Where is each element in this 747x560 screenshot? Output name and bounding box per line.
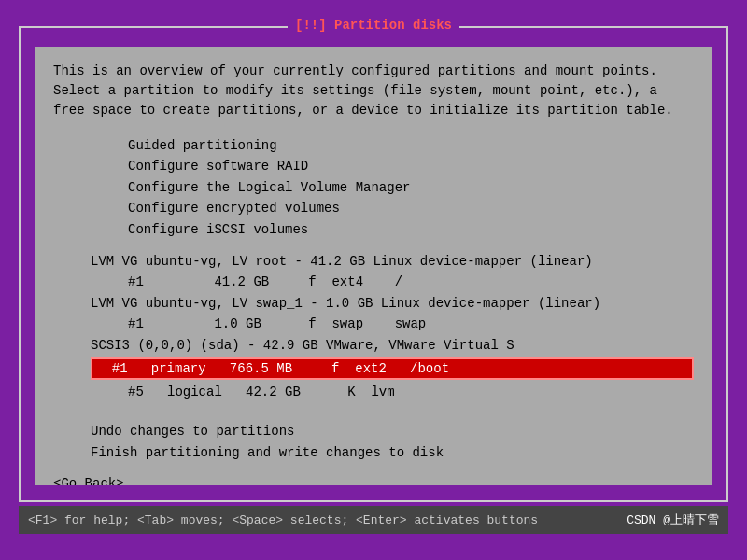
watermark-text: CSDN @上晴下雪 — [627, 511, 719, 528]
boot-partition-row[interactable]: #1 primary 766.5 MB f ext2 /boot — [53, 357, 694, 380]
highlighted-partition[interactable]: #1 primary 766.5 MB f ext2 /boot — [91, 357, 694, 380]
help-text: <F1> for help; <Tab> moves; <Space> sele… — [28, 513, 538, 527]
lvm-root-header[interactable]: LVM VG ubuntu-vg, LV root - 41.2 GB Linu… — [91, 251, 694, 272]
go-back-button[interactable]: <Go Back> — [53, 476, 124, 485]
lvm-root-detail[interactable]: #1 41.2 GB f ext4 / — [128, 272, 694, 292]
action-undo[interactable]: Undo changes to partitions — [91, 421, 694, 441]
dialog-title: [!!] Partition disks — [288, 18, 459, 33]
dialog-content: This is an overview of your currently co… — [35, 47, 712, 485]
main-dialog: [!!] Partition disks This is an overview… — [19, 26, 728, 502]
lvm-swap-header[interactable]: LVM VG ubuntu-vg, LV swap_1 - 1.0 GB Lin… — [91, 293, 694, 314]
partitions-list: LVM VG ubuntu-vg, LV root - 41.2 GB Linu… — [53, 251, 694, 402]
actions-list: Undo changes to partitions Finish partit… — [53, 412, 694, 463]
description-text: This is an overview of your currently co… — [53, 62, 694, 120]
scsi-header[interactable]: SCSI3 (0,0,0) (sda) - 42.9 GB VMware, VM… — [91, 335, 694, 356]
menu-item-guided[interactable]: Guided partitioning — [128, 135, 694, 156]
menu-item-encrypted[interactable]: Configure encrypted volumes — [128, 198, 694, 218]
lvm-logical[interactable]: #5 logical 42.2 GB K lvm — [128, 382, 694, 402]
menu-item-iscsi[interactable]: Configure iSCSI volumes — [128, 219, 694, 240]
lvm-swap-detail[interactable]: #1 1.0 GB f swap swap — [128, 314, 694, 334]
menu-item-raid[interactable]: Configure software RAID — [128, 156, 694, 176]
menu-item-lvm[interactable]: Configure the Logical Volume Manager — [128, 177, 694, 198]
bottom-bar: <F1> for help; <Tab> moves; <Space> sele… — [19, 506, 728, 534]
action-finish[interactable]: Finish partitioning and write changes to… — [91, 442, 694, 463]
menu-list: Guided partitioning Configure software R… — [128, 135, 694, 240]
